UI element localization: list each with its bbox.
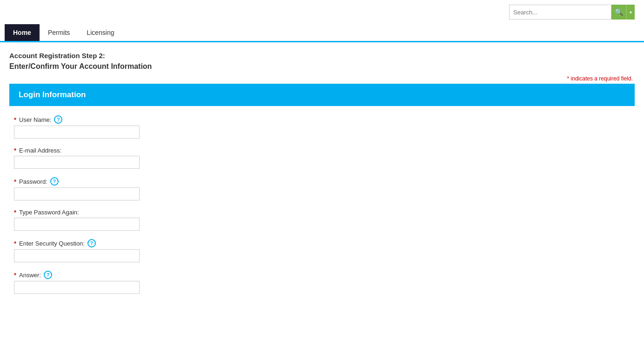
form-area: * User Name: ? * E-mail Address: * Passw… <box>9 115 635 294</box>
input-password[interactable] <box>14 187 140 200</box>
header: 🔍 ▾ <box>0 0 644 24</box>
label-text-answer: Answer: <box>19 272 41 279</box>
field-confirm-password: * Type Password Again: <box>14 209 630 231</box>
label-text-password: Password: <box>19 178 47 185</box>
section-title: Login Information <box>19 90 86 99</box>
required-star-confirm-password: * <box>14 209 16 216</box>
main-nav: Home Permits Licensing <box>0 24 644 42</box>
input-security-question[interactable] <box>14 249 140 262</box>
section-header-login: Login Information <box>9 84 635 106</box>
label-answer: * Answer: ? <box>14 271 630 279</box>
field-password: * Password: ? <box>14 177 630 200</box>
field-answer: * Answer: ? <box>14 271 630 294</box>
page-title: Enter/Confirm Your Account Information <box>9 62 635 71</box>
required-star-username: * <box>14 116 16 123</box>
nav-item-licensing[interactable]: Licensing <box>78 24 122 41</box>
field-username: * User Name: ? <box>14 115 630 139</box>
label-text-confirm-password: Type Password Again: <box>19 209 79 216</box>
input-email[interactable] <box>14 156 140 169</box>
field-email: * E-mail Address: <box>14 147 630 169</box>
help-icon-security-question[interactable]: ? <box>87 239 96 247</box>
nav-item-home[interactable]: Home <box>5 24 40 41</box>
required-star-password: * <box>14 178 16 185</box>
search-input[interactable] <box>509 5 611 20</box>
label-password: * Password: ? <box>14 177 630 186</box>
input-answer[interactable] <box>14 281 140 294</box>
label-text-security-question: Enter Security Question: <box>19 240 85 247</box>
step-label: Account Registration Step 2: <box>9 52 635 60</box>
nav-item-permits[interactable]: Permits <box>40 24 78 41</box>
input-username[interactable] <box>14 126 140 139</box>
search-dropdown-button[interactable]: ▾ <box>626 5 635 20</box>
label-text-username: User Name: <box>19 116 51 123</box>
label-confirm-password: * Type Password Again: <box>14 209 630 216</box>
page-content: Account Registration Step 2: Enter/Confi… <box>0 42 644 312</box>
required-star-email: * <box>14 147 16 154</box>
label-text-email: E-mail Address: <box>19 147 61 154</box>
search-icon: 🔍 <box>615 8 624 16</box>
required-star-answer: * <box>14 272 16 279</box>
label-email: * E-mail Address: <box>14 147 630 154</box>
required-star-security-question: * <box>14 240 16 247</box>
help-icon-password[interactable]: ? <box>50 177 59 186</box>
help-icon-answer[interactable]: ? <box>44 271 52 279</box>
search-wrapper: 🔍 ▾ <box>509 5 635 20</box>
label-security-question: * Enter Security Question: ? <box>14 239 630 247</box>
help-icon-username[interactable]: ? <box>54 115 62 124</box>
required-note: * indicates a required field. <box>9 75 635 82</box>
label-username: * User Name: ? <box>14 115 630 124</box>
chevron-down-icon: ▾ <box>630 10 632 15</box>
search-button[interactable]: 🔍 <box>611 5 626 20</box>
field-security-question: * Enter Security Question: ? <box>14 239 630 262</box>
input-confirm-password[interactable] <box>14 218 140 231</box>
